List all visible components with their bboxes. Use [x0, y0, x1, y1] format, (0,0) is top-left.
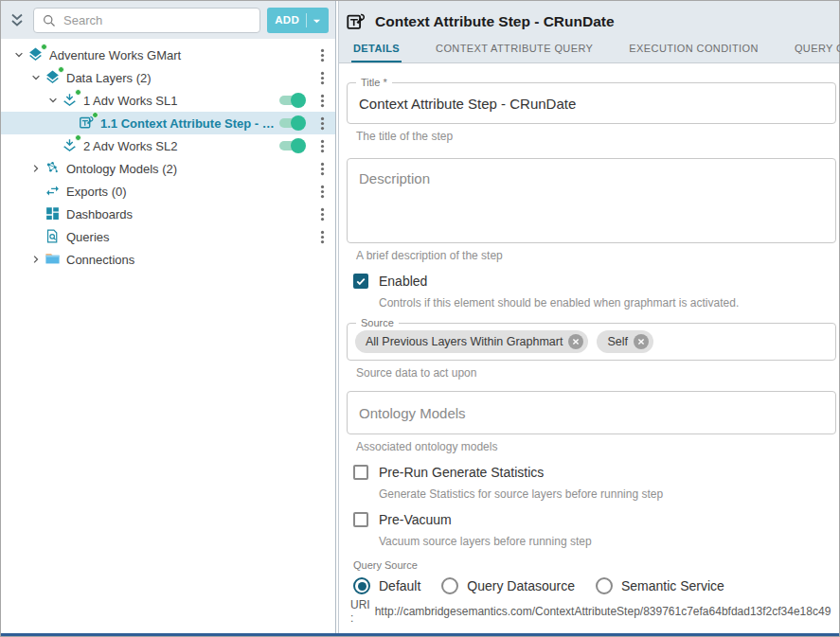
chevron-down-icon[interactable]: [27, 71, 45, 84]
tree-icon-wrap: [62, 92, 79, 109]
ontology-models-input[interactable]: [348, 405, 835, 421]
tree-item-data-layers-2[interactable]: Data Layers (2): [1, 66, 335, 89]
tree-item-label: 2 Adv Works SL2: [83, 139, 277, 153]
tab-details[interactable]: DETAILS: [351, 40, 402, 62]
pre-run-helper: Generate Statistics for source layers be…: [379, 487, 836, 501]
tree-item-connections[interactable]: Connections: [1, 248, 335, 271]
pre-vacuum-checkbox-row[interactable]: Pre-Vacuum: [353, 512, 836, 527]
tree-chevron-spacer: [62, 116, 79, 130]
query-source-radios: DefaultQuery DatasourceSemantic Service: [353, 577, 836, 594]
query-source-label: Query Source: [353, 559, 836, 571]
remove-chip-icon[interactable]: [568, 334, 583, 349]
more-options-icon[interactable]: [314, 206, 331, 222]
pre-run-checkbox-row[interactable]: Pre-Run Generate Statistics: [353, 465, 836, 480]
more-options-icon[interactable]: [314, 93, 331, 109]
source-field[interactable]: Source All Previous Layers Within Graphm…: [347, 323, 836, 361]
add-dropdown-caret[interactable]: [306, 13, 321, 27]
tree-item-label: Dashboards: [66, 207, 314, 221]
search-box[interactable]: [33, 8, 260, 33]
tree-item-exports-0[interactable]: Exports (0): [1, 180, 335, 203]
more-options-icon[interactable]: [314, 47, 331, 63]
caret-down-icon: [313, 16, 321, 25]
more-options-icon[interactable]: [314, 184, 331, 200]
radio-semantic-service[interactable]: Semantic Service: [596, 577, 724, 594]
source-chip[interactable]: Self: [597, 330, 653, 353]
tab-execution-condition[interactable]: EXECUTION CONDITION: [627, 40, 760, 62]
graphmart-editor-window: ADD Adventure Works GMartData Layers (2)…: [0, 0, 840, 637]
tree-icon-wrap: [45, 69, 62, 86]
chevron-right-icon[interactable]: [27, 162, 45, 175]
title-field[interactable]: Title *: [347, 82, 836, 124]
more-options-icon[interactable]: [314, 229, 331, 245]
queries-icon: [45, 228, 61, 244]
chevron-down-icon[interactable]: [45, 94, 62, 107]
pre-run-checkbox[interactable]: [353, 465, 368, 480]
tree-chevron-spacer: [27, 207, 45, 221]
tree-item-label: Connections: [66, 253, 335, 267]
tree-icon-wrap: [45, 228, 62, 245]
radio-label: Query Datasource: [467, 578, 575, 593]
tree-chevron-spacer: [27, 230, 45, 243]
more-options-icon[interactable]: [314, 115, 331, 132]
toggle-thumb: [291, 138, 306, 153]
tree-icon-wrap: [45, 183, 62, 200]
layer-enabled-toggle[interactable]: [277, 115, 306, 131]
description-field[interactable]: [347, 158, 836, 243]
ontology-models-field[interactable]: [347, 391, 836, 434]
step-icon: [346, 11, 366, 32]
tree-item-label: Adventure Works GMart: [49, 48, 314, 62]
tree-item-adventure-works-gmart[interactable]: Adventure Works GMart: [1, 44, 335, 66]
tree-item-queries[interactable]: Queries: [1, 225, 335, 248]
chip-label: All Previous Layers Within Graphmart: [366, 335, 563, 348]
tree-icon-wrap: [62, 137, 79, 154]
pre-run-label: Pre-Run Generate Statistics: [379, 465, 544, 480]
tree-item-1-adv-works-sl1[interactable]: 1 Adv Works SL1: [1, 89, 335, 112]
tab-context-attribute-query[interactable]: CONTEXT ATTRIBUTE QUERY: [434, 40, 595, 62]
tree-item-2-adv-works-sl2[interactable]: 2 Adv Works SL2: [1, 134, 335, 157]
radio-query-datasource[interactable]: Query Datasource: [441, 577, 575, 594]
sidebar-toolbar: ADD: [1, 1, 335, 39]
radio-icon: [441, 577, 458, 594]
tree-icon-wrap: [45, 160, 62, 177]
chip-label: Self: [607, 335, 628, 348]
tree-icon-wrap: [45, 205, 62, 222]
collapse-all-icon[interactable]: [8, 10, 27, 29]
details-panel: Context Attribute Step - CRunDate DETAIL…: [339, 1, 839, 633]
remove-chip-icon[interactable]: [634, 334, 649, 349]
tree-item-ontology-models-2[interactable]: Ontology Models (2): [1, 157, 335, 180]
more-options-icon[interactable]: [314, 161, 331, 177]
layer-enabled-toggle[interactable]: [277, 138, 306, 153]
more-options-icon[interactable]: [314, 70, 331, 86]
search-input[interactable]: [62, 12, 252, 28]
details-tabs: DETAILSCONTEXT ATTRIBUTE QUERYEXECUTION …: [346, 33, 839, 62]
pre-vacuum-helper: Vacuum source layers before running step: [379, 535, 836, 548]
details-form: Title * The title of the step A brief de…: [339, 63, 839, 633]
source-chip[interactable]: All Previous Layers Within Graphmart: [355, 330, 588, 353]
dashboards-icon: [45, 205, 61, 221]
more-options-icon[interactable]: [314, 138, 331, 154]
uri-value: http://cambridgesemantics.com/ContextAtt…: [375, 605, 831, 618]
layer-tree: Adventure Works GMartData Layers (2)1 Ad…: [1, 39, 335, 633]
tree-item-1-1-context-attribute-step-crundate[interactable]: 1.1 Context Attribute Step - CRunDate: [1, 112, 335, 134]
tree-item-dashboards[interactable]: Dashboards: [1, 203, 335, 225]
radio-default[interactable]: Default: [353, 577, 420, 594]
search-icon: [42, 13, 56, 27]
pre-vacuum-checkbox[interactable]: [353, 512, 368, 527]
enabled-checkbox[interactable]: [353, 274, 368, 289]
chevron-right-icon[interactable]: [27, 253, 45, 266]
enabled-checkbox-row[interactable]: Enabled: [353, 274, 836, 289]
radio-label: Default: [379, 578, 420, 593]
title-input[interactable]: [348, 96, 835, 112]
title-field-label: Title *: [356, 77, 392, 89]
layer-enabled-toggle[interactable]: [277, 93, 306, 108]
active-badge: [58, 66, 64, 73]
active-badge: [41, 44, 47, 50]
enabled-helper: Controls if this element should be enabl…: [379, 296, 836, 310]
folder-icon: [45, 251, 61, 267]
radio-icon: [596, 577, 613, 594]
description-input[interactable]: [348, 159, 835, 242]
details-header: Context Attribute Step - CRunDate DETAIL…: [339, 1, 839, 63]
add-button[interactable]: ADD: [267, 8, 329, 33]
tab-query-context[interactable]: QUERY CONTEXT: [793, 40, 840, 62]
chevron-down-icon[interactable]: [10, 48, 27, 62]
